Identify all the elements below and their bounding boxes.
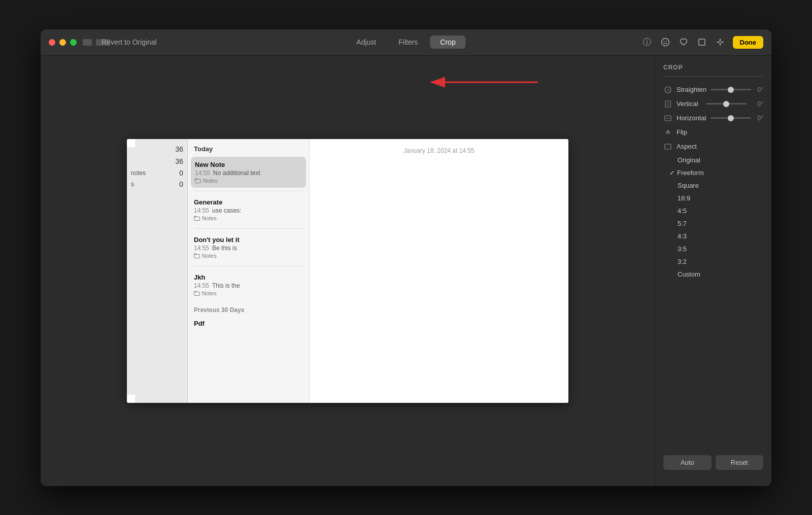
note-item-3[interactable]: Jkh 14:55 This is the Notes [188, 269, 309, 300]
sidebar-s-row: s 0 [127, 179, 187, 190]
note-preview-3: This is the [212, 282, 240, 289]
notes-list[interactable]: Today New Note 14:55 No additional text … [188, 139, 310, 403]
main-window: Revert to Original Adjust Filters Crop ⓘ [41, 29, 771, 486]
note-time-0: 14:55 [195, 169, 210, 177]
note-folder-3: Notes [194, 290, 303, 296]
done-button[interactable]: Done [733, 36, 764, 49]
note-item-0[interactable]: New Note 14:55 No additional text Notes [191, 157, 306, 188]
svg-rect-6 [195, 179, 201, 183]
flip-icon [663, 128, 672, 137]
tab-crop[interactable]: Crop [430, 36, 465, 49]
sidebar-count-36b: 36 [175, 157, 183, 165]
vertical-icon [663, 99, 672, 109]
aspect-option-3x2[interactable]: 3:2 [655, 255, 771, 268]
note-title-prev-0: Pdf [194, 320, 303, 327]
flip-row[interactable]: Flip [655, 125, 771, 140]
svg-point-2 [666, 41, 667, 42]
note-preview-2: Be this is [212, 245, 237, 252]
info-icon[interactable]: ⓘ [641, 37, 653, 48]
tab-adjust[interactable]: Adjust [346, 36, 386, 49]
aspect-option-5x7[interactable]: 5:7 [655, 217, 771, 230]
horizontal-row: Horizontal 0° [655, 111, 771, 125]
note-title-0: New Note [195, 161, 302, 168]
svg-rect-8 [194, 254, 200, 258]
sidebar-notes-count: 0 [179, 169, 183, 177]
maximize-button[interactable] [70, 39, 77, 46]
vertical-label: Vertical [676, 100, 702, 108]
crop-corner-bl[interactable] [127, 395, 135, 403]
crop-corner-tl[interactable] [127, 139, 135, 147]
aspect-option-custom[interactable]: Custom [655, 268, 771, 281]
horizontal-value: 0° [755, 115, 763, 122]
svg-rect-3 [699, 39, 705, 45]
sidebar-notes-label: notes [131, 169, 146, 177]
note-item-2[interactable]: Don't you let it 14:55 Be this is Notes [188, 232, 309, 263]
straighten-label: Straighten [676, 86, 706, 93]
aspect-icon [663, 142, 672, 151]
note-meta-2: 14:55 Be this is [194, 245, 303, 252]
reset-button[interactable]: Reset [716, 455, 764, 470]
panel-title: CROP [655, 64, 771, 76]
sparkle-icon[interactable] [715, 37, 726, 48]
horizontal-slider[interactable] [710, 117, 751, 119]
auto-button[interactable]: Auto [663, 455, 712, 470]
note-date-display: January 18, 2024 at 14:55 [322, 147, 556, 154]
tab-group: Adjust Filters Crop [346, 36, 465, 49]
canvas-area: 36 36 notes 0 s 0 [41, 56, 655, 486]
notes-screenshot: 36 36 notes 0 s 0 [127, 139, 568, 403]
note-meta-3: 14:55 This is the [194, 282, 303, 289]
note-preview-0: No additional text [213, 169, 260, 177]
aspect-option-square[interactable]: Square [655, 179, 771, 192]
close-button[interactable] [49, 39, 55, 46]
aspect-option-3x5[interactable]: 3:5 [655, 243, 771, 255]
aspect-option-original[interactable]: Original [655, 154, 771, 166]
note-sep-1 [194, 191, 303, 191]
horizontal-label: Horizontal [676, 114, 706, 122]
note-title-1: Generate [194, 198, 303, 206]
aspect-option-4x3[interactable]: 4:3 [655, 230, 771, 243]
note-folder-1: Notes [194, 215, 303, 221]
tab-filters[interactable]: Filters [388, 36, 428, 49]
sidebar-s-label: s [131, 181, 134, 188]
note-folder-2: Notes [194, 253, 303, 259]
straighten-slider[interactable] [710, 89, 751, 90]
note-folder-name-3: Notes [202, 290, 217, 296]
note-time-2: 14:55 [194, 245, 209, 252]
crop-icon[interactable] [696, 37, 707, 48]
vertical-slider[interactable] [706, 103, 747, 105]
note-time-3: 14:55 [194, 282, 209, 289]
traffic-lights [49, 39, 77, 46]
straighten-icon [663, 85, 672, 94]
today-header: Today [188, 143, 309, 157]
straighten-row: Straighten 0° [655, 83, 771, 97]
aspect-option-freeform[interactable]: Freeform [655, 166, 771, 179]
heart-icon[interactable] [678, 37, 689, 48]
note-folder-0: Notes [195, 178, 302, 184]
sidebar-notes-row: notes 0 [127, 167, 187, 179]
crop-panel: CROP Straighten 0° [655, 56, 771, 486]
previous-section-header: Previous 30 Days [188, 300, 309, 316]
aspect-row: Aspect [655, 140, 771, 154]
window-ctrl-single[interactable] [83, 39, 92, 46]
note-item-prev-0[interactable]: Pdf [188, 316, 309, 332]
note-item-1[interactable]: Generate 14:55 use cases: Notes [188, 194, 309, 225]
aspect-option-16x9[interactable]: 16:9 [655, 192, 771, 204]
sidebar-count-row-2: 36 [127, 155, 187, 167]
titlebar-right: ⓘ [641, 36, 764, 49]
crop-corner-tr[interactable] [560, 139, 568, 147]
svg-point-0 [661, 39, 669, 46]
vertical-row: Vertical 0° [655, 97, 771, 111]
straighten-value: 0° [755, 86, 763, 93]
svg-point-1 [663, 41, 664, 42]
revert-button[interactable]: Revert to Original [101, 38, 157, 46]
flip-label: Flip [676, 128, 763, 136]
svg-rect-9 [194, 292, 200, 295]
smiley-icon[interactable] [660, 37, 671, 48]
sidebar-count-row-1: 36 [127, 143, 187, 155]
note-meta-0: 14:55 No additional text [195, 169, 302, 177]
aspect-option-4x5[interactable]: 4:5 [655, 204, 771, 217]
minimize-button[interactable] [59, 39, 66, 46]
notes-body: 36 36 notes 0 s 0 [127, 139, 568, 403]
note-content: January 18, 2024 at 14:55 [310, 139, 568, 403]
crop-corner-br[interactable] [560, 395, 568, 403]
